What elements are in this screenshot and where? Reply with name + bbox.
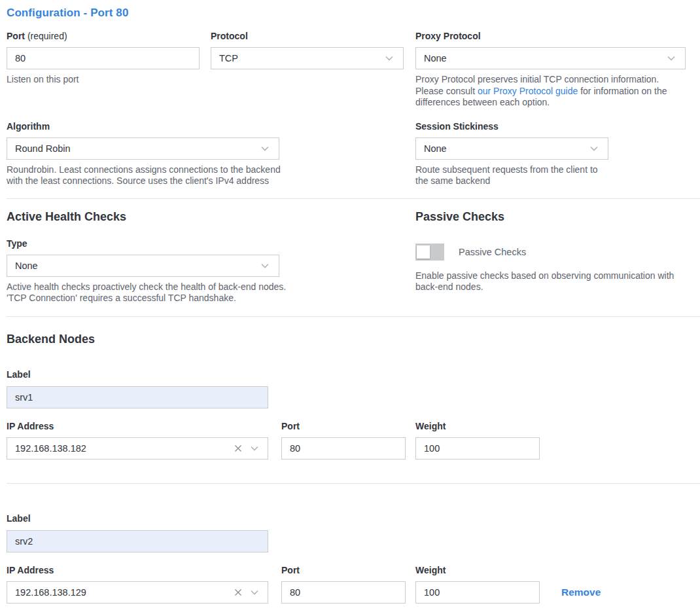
proxy-protocol-value: None (424, 53, 447, 63)
chevron-down-icon (259, 143, 271, 154)
health-check-type-label: Type (7, 238, 294, 249)
nodebalancer-config-panel: Configuration - Port 80 Port (required) … (0, 0, 700, 604)
passive-checks-toggle-label: Passive Checks (459, 247, 526, 257)
health-checks-row: Active Health Checks Type None Active he… (7, 209, 686, 304)
node-label-input[interactable] (7, 386, 268, 408)
backend-node-block: Label IP Address Port Weight (7, 369, 686, 460)
proxy-protocol-guide-link[interactable]: our Proxy Protocol guide (478, 86, 578, 96)
node-port-input[interactable] (281, 581, 406, 604)
protocol-field-group: Protocol TCP (211, 31, 404, 69)
node-address-row: IP Address Port Weight Remove (7, 565, 686, 604)
backend-nodes-heading: Backend Nodes (7, 332, 686, 346)
port-helper: Listen on this port (7, 74, 200, 86)
session-stickiness-helper: Route subsequent requests from the clien… (415, 164, 608, 187)
node-label-group: Label (7, 369, 686, 408)
node-label-input[interactable] (7, 530, 268, 552)
chevron-down-icon (665, 52, 677, 64)
clear-icon[interactable] (233, 587, 243, 598)
active-health-checks-heading: Active Health Checks (7, 209, 294, 224)
port-label: Port (required) (7, 31, 200, 42)
node-weight-input[interactable] (415, 581, 540, 604)
node-weight-label: Weight (415, 565, 540, 576)
node-ip-label: IP Address (7, 565, 268, 576)
session-stickiness-label: Session Stickiness (415, 121, 608, 132)
algorithm-field-group: Algorithm Round Robin Roundrobin. Least … (7, 121, 298, 187)
protocol-select[interactable]: TCP (211, 47, 404, 69)
algorithm-select[interactable]: Round Robin (7, 137, 279, 160)
backend-node-block: Label IP Address Port Weight Remo (7, 513, 686, 604)
algorithm-helper: Roundrobin. Least connections assigns co… (7, 164, 298, 187)
algorithm-stickiness-row: Algorithm Round Robin Roundrobin. Least … (7, 121, 686, 187)
section-divider (7, 198, 700, 199)
chevron-down-icon[interactable] (249, 587, 260, 598)
passive-checks-heading: Passive Checks (415, 209, 686, 224)
algorithm-value: Round Robin (15, 143, 71, 154)
health-check-type-select[interactable]: None (7, 255, 279, 277)
port-input[interactable] (7, 47, 200, 69)
node-ip-group: IP Address (7, 421, 268, 460)
node-port-group: Port (281, 421, 406, 460)
chevron-down-icon (383, 52, 395, 64)
clear-icon[interactable] (233, 443, 243, 454)
proxy-protocol-helper: Proxy Protocol preserves initial TCP con… (415, 74, 686, 109)
toggle-knob (417, 245, 430, 259)
node-address-row: IP Address Port Weight (7, 421, 686, 460)
node-remove-group: Remove (561, 581, 601, 604)
remove-node-button[interactable]: Remove (561, 587, 601, 598)
section-divider (7, 316, 700, 317)
proxy-protocol-label: Proxy Protocol (415, 31, 686, 42)
port-required-suffix: (required) (25, 31, 67, 41)
passive-checks-helper: Enable passive checks based on observing… (415, 270, 686, 293)
node-weight-label: Weight (415, 421, 540, 432)
health-check-type-value: None (15, 261, 38, 271)
session-stickiness-value: None (424, 143, 447, 154)
node-ip-combobox (7, 581, 268, 604)
protocol-value: TCP (219, 53, 238, 63)
chevron-down-icon (588, 143, 600, 154)
node-weight-group: Weight (415, 565, 540, 604)
passive-checks-toggle[interactable] (415, 244, 444, 261)
active-health-checks-section: Active Health Checks Type None Active he… (7, 209, 294, 304)
node-label-group: Label (7, 513, 686, 552)
node-weight-group: Weight (415, 421, 540, 460)
passive-checks-toggle-row: Passive Checks (415, 244, 686, 261)
session-stickiness-select[interactable]: None (415, 137, 608, 160)
health-check-type-helper: Active health checks proactively check t… (7, 281, 294, 304)
node-ip-input[interactable] (7, 437, 268, 460)
session-stickiness-field-group: Session Stickiness None Route subsequent… (415, 121, 608, 187)
node-divider (7, 483, 700, 484)
chevron-down-icon (259, 260, 271, 272)
node-port-group: Port (281, 565, 406, 604)
node-label-label: Label (7, 369, 686, 380)
port-label-text: Port (7, 31, 25, 41)
page-title: Configuration - Port 80 (7, 7, 686, 20)
node-port-label: Port (281, 565, 406, 576)
passive-checks-section: Passive Checks Passive Checks Enable pas… (415, 209, 686, 293)
chevron-down-icon[interactable] (249, 442, 260, 454)
node-ip-group: IP Address (7, 565, 268, 604)
port-protocol-row: Port (required) Listen on this port Prot… (7, 31, 686, 109)
node-port-label: Port (281, 421, 406, 432)
proxy-protocol-field-group: Proxy Protocol None Proxy Protocol prese… (415, 31, 686, 109)
node-ip-label: IP Address (7, 421, 268, 432)
node-label-label: Label (7, 513, 686, 524)
node-port-input[interactable] (281, 437, 406, 460)
protocol-label: Protocol (211, 31, 404, 42)
node-ip-combobox (7, 437, 268, 460)
port-field-group: Port (required) Listen on this port (7, 31, 200, 86)
node-weight-input[interactable] (415, 437, 540, 460)
algorithm-label: Algorithm (7, 121, 298, 132)
proxy-protocol-select[interactable]: None (415, 47, 686, 69)
node-ip-input[interactable] (7, 581, 268, 604)
health-check-type-group: Type None Active health checks proactive… (7, 238, 294, 304)
